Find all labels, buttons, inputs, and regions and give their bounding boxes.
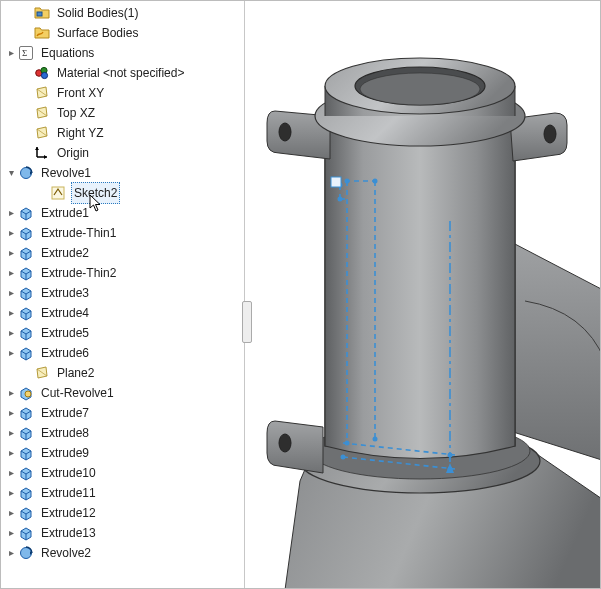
- tree-expander-icon[interactable]: ▸: [5, 543, 17, 563]
- tree-expander-icon[interactable]: ▸: [5, 43, 17, 63]
- tree-expander-icon[interactable]: ▸: [5, 503, 17, 523]
- tree-expander-icon[interactable]: ▸: [5, 403, 17, 423]
- tree-expander-icon[interactable]: ▸: [5, 263, 17, 283]
- tree-expander-icon[interactable]: ▸: [5, 323, 17, 343]
- folder-surface-icon: [33, 24, 51, 42]
- tree-item-label[interactable]: Extrude6: [39, 343, 91, 363]
- tree-expander-icon[interactable]: ▸: [5, 303, 17, 323]
- model-render: [245, 1, 600, 588]
- top-bore-inner: [360, 73, 480, 105]
- tree-expander-icon[interactable]: ▸: [5, 223, 17, 243]
- tree-item-extrude6[interactable]: ▸Extrude6: [1, 343, 244, 363]
- tree-item-label[interactable]: Extrude7: [39, 403, 91, 423]
- tree-expander-icon[interactable]: ▸: [5, 463, 17, 483]
- tree-item-extrude5[interactable]: ▸Extrude5: [1, 323, 244, 343]
- tree-expander-icon[interactable]: ▸: [5, 443, 17, 463]
- tree-item-extrude8[interactable]: ▸Extrude8: [1, 423, 244, 443]
- tree-item-label[interactable]: Extrude-Thin1: [39, 223, 118, 243]
- tree-expander-icon[interactable]: ▸: [5, 483, 17, 503]
- tree-item-extrude11[interactable]: ▸Extrude11: [1, 483, 244, 503]
- graphics-viewport[interactable]: [245, 1, 600, 588]
- svg-point-22: [544, 125, 556, 143]
- tree-item-label[interactable]: Extrude2: [39, 243, 91, 263]
- panel-splitter[interactable]: [244, 1, 252, 588]
- tree-expander-icon[interactable]: ▸: [5, 423, 17, 443]
- tree-item-label[interactable]: Solid Bodies(1): [55, 3, 140, 23]
- tree-item-revolve2[interactable]: ▸Revolve2: [1, 543, 244, 563]
- tree-item-label[interactable]: Extrude8: [39, 423, 91, 443]
- tree-item-label[interactable]: Surface Bodies: [55, 23, 140, 43]
- svg-point-21: [279, 123, 291, 141]
- tree-item-origin[interactable]: Origin: [1, 143, 244, 163]
- tree-item-label[interactable]: Extrude13: [39, 523, 98, 543]
- tree-item-front-xy[interactable]: Front XY: [1, 83, 244, 103]
- extrude-icon: [17, 444, 35, 462]
- extrude-icon: [17, 464, 35, 482]
- tree-item-material[interactable]: Material <not specified>: [1, 63, 244, 83]
- tree-item-extrude2[interactable]: ▸Extrude2: [1, 243, 244, 263]
- tree-item-extrude-thin2[interactable]: ▸Extrude-Thin2: [1, 263, 244, 283]
- tree-item-extrude4[interactable]: ▸Extrude4: [1, 303, 244, 323]
- tree-item-extrude13[interactable]: ▸Extrude13: [1, 523, 244, 543]
- tree-item-label[interactable]: Extrude9: [39, 443, 91, 463]
- tree-item-right-yz[interactable]: Right YZ: [1, 123, 244, 143]
- svg-marker-12: [44, 155, 47, 159]
- splitter-handle-icon[interactable]: [242, 301, 252, 343]
- tree-expander-icon[interactable]: ▾: [5, 163, 17, 183]
- tree-item-surface-bodies[interactable]: Surface Bodies: [1, 23, 244, 43]
- tree-item-label[interactable]: Top XZ: [55, 103, 97, 123]
- tree-item-label[interactable]: Revolve2: [39, 543, 93, 563]
- tree-item-cut-revolve1[interactable]: ▸Cut-Revolve1: [1, 383, 244, 403]
- origin-icon: [33, 144, 51, 162]
- plane-icon: [33, 124, 51, 142]
- tree-item-label[interactable]: Sketch2: [71, 182, 120, 204]
- tree-expander-icon[interactable]: ▸: [5, 203, 17, 223]
- tree-item-label[interactable]: Cut-Revolve1: [39, 383, 116, 403]
- tree-item-extrude9[interactable]: ▸Extrude9: [1, 443, 244, 463]
- tree-item-label[interactable]: Extrude-Thin2: [39, 263, 118, 283]
- svg-point-17: [25, 391, 31, 397]
- tree-item-label[interactable]: Origin: [55, 143, 91, 163]
- tree-expander-icon[interactable]: ▸: [5, 523, 17, 543]
- tree-expander-icon[interactable]: ▸: [5, 243, 17, 263]
- tree-item-label[interactable]: Front XY: [55, 83, 106, 103]
- tree-item-label[interactable]: Extrude5: [39, 323, 91, 343]
- extrude-icon: [17, 224, 35, 242]
- tree-item-solid-bodies[interactable]: Solid Bodies(1): [1, 3, 244, 23]
- tree-item-label[interactable]: Revolve1: [39, 163, 93, 183]
- tree-expander-icon[interactable]: ▸: [5, 283, 17, 303]
- tree-item-equations[interactable]: ▸ΣEquations: [1, 43, 244, 63]
- extrude-icon: [17, 324, 35, 342]
- tree-item-extrude7[interactable]: ▸Extrude7: [1, 403, 244, 423]
- tree-item-extrude3[interactable]: ▸Extrude3: [1, 283, 244, 303]
- tree-item-label[interactable]: Extrude11: [39, 483, 98, 503]
- tree-item-extrude1[interactable]: ▸Extrude1: [1, 203, 244, 223]
- feature-tree-panel[interactable]: Solid Bodies(1)Surface Bodies▸ΣEquations…: [1, 1, 245, 588]
- tree-expander-icon: [21, 103, 33, 123]
- tree-expander-icon: [21, 3, 33, 23]
- tree-expander-icon[interactable]: ▸: [5, 383, 17, 403]
- tree-item-extrude12[interactable]: ▸Extrude12: [1, 503, 244, 523]
- tree-item-label[interactable]: Extrude3: [39, 283, 91, 303]
- tree-item-label[interactable]: Extrude1: [39, 203, 91, 223]
- tree-item-label[interactable]: Right YZ: [55, 123, 105, 143]
- tree-item-revolve1[interactable]: ▾Revolve1: [1, 163, 244, 183]
- tree-item-extrude10[interactable]: ▸Extrude10: [1, 463, 244, 483]
- plane-icon: [33, 364, 51, 382]
- svg-rect-0: [37, 12, 42, 16]
- tree-expander-icon[interactable]: ▸: [5, 343, 17, 363]
- svg-marker-11: [35, 147, 39, 150]
- tree-item-extrude-thin1[interactable]: ▸Extrude-Thin1: [1, 223, 244, 243]
- tree-item-label[interactable]: Material <not specified>: [55, 63, 186, 83]
- tree-item-plane2[interactable]: Plane2: [1, 363, 244, 383]
- tree-item-top-xz[interactable]: Top XZ: [1, 103, 244, 123]
- tree-item-label[interactable]: Extrude10: [39, 463, 98, 483]
- main-cylinder-body: [325, 104, 515, 459]
- extrude-icon: [17, 484, 35, 502]
- tree-item-sketch2[interactable]: Sketch2: [1, 183, 244, 203]
- tree-item-label[interactable]: Extrude12: [39, 503, 98, 523]
- tree-item-label[interactable]: Extrude4: [39, 303, 91, 323]
- tree-item-label[interactable]: Equations: [39, 43, 96, 63]
- tree-item-label[interactable]: Plane2: [55, 363, 96, 383]
- svg-point-36: [373, 437, 378, 442]
